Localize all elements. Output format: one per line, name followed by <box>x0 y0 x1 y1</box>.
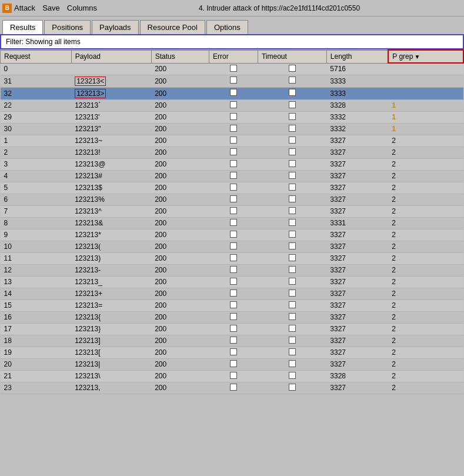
cell-error <box>209 182 258 194</box>
cell-length: 3327 <box>326 252 388 264</box>
cell-pgrep: 2 <box>388 299 463 311</box>
col-timeout[interactable]: Timeout <box>258 50 326 63</box>
error-checkbox <box>230 148 237 155</box>
table-row[interactable]: 6123213%20033272 <box>1 194 464 205</box>
cell-status: 200 <box>151 252 209 264</box>
table-row[interactable]: 30123213"20033321 <box>1 123 464 135</box>
table-row[interactable]: 5123213$20033272 <box>1 182 464 194</box>
table-row[interactable]: 21123213\20033282 <box>1 370 464 382</box>
tab-results[interactable]: Results <box>2 20 43 34</box>
timeout-checkbox <box>289 372 296 379</box>
cell-timeout <box>258 87 326 99</box>
cell-error <box>209 87 258 99</box>
cell-timeout <box>258 123 326 135</box>
tab-resource-pool[interactable]: Resource Pool <box>140 20 205 34</box>
error-checkbox <box>230 372 237 379</box>
cell-timeout <box>258 288 326 299</box>
menu-columns[interactable]: Columns <box>67 4 97 12</box>
cell-error <box>209 264 258 276</box>
error-checkbox <box>230 89 237 96</box>
cell-status: 200 <box>151 111 209 123</box>
table-row[interactable]: 14123213+20033272 <box>1 288 464 299</box>
cell-pgrep: 2 <box>388 370 463 382</box>
cell-payload: 123213& <box>71 217 151 229</box>
cell-timeout <box>258 370 326 382</box>
tab-bar: Results Positions Payloads Resource Pool… <box>0 16 464 34</box>
cell-request: 14 <box>1 288 72 299</box>
cell-request: 7 <box>1 205 72 217</box>
error-checkbox <box>230 195 237 202</box>
menu-save[interactable]: Save <box>42 4 60 12</box>
cell-length: 3327 <box>326 229 388 241</box>
table-row[interactable]: 16123213{20033272 <box>1 311 464 323</box>
cell-pgrep: 2 <box>388 241 463 252</box>
table-row[interactable]: 23123213,20033272 <box>1 382 464 394</box>
table-row[interactable]: 29123213'20033321 <box>1 111 464 123</box>
table-row[interactable]: 10123213(20033272 <box>1 241 464 252</box>
col-status[interactable]: Status <box>151 50 209 63</box>
cell-pgrep: 2 <box>388 323 463 335</box>
cell-payload: 123213! <box>71 147 151 158</box>
cell-timeout <box>258 194 326 205</box>
error-checkbox <box>230 348 237 355</box>
table-row[interactable]: 2123213!20033272 <box>1 147 464 158</box>
table-row[interactable]: 1123213~20033272 <box>1 135 464 147</box>
cell-pgrep: 1 <box>388 111 463 123</box>
cell-error <box>209 299 258 311</box>
cell-payload: 123213* <box>71 229 151 241</box>
cell-timeout <box>258 276 326 288</box>
table-row[interactable]: 20123213|20033272 <box>1 358 464 370</box>
table-row[interactable]: 8123213&20033312 <box>1 217 464 229</box>
table-row[interactable]: 3123213@20033272 <box>1 158 464 170</box>
cell-request: 12 <box>1 264 72 276</box>
table-row[interactable]: 31123213<2003333 <box>1 75 464 87</box>
table-row[interactable]: 11123213)20033272 <box>1 252 464 264</box>
table-row[interactable]: 13123213_20033272 <box>1 276 464 288</box>
cell-pgrep: 2 <box>388 276 463 288</box>
timeout-checkbox <box>289 113 296 120</box>
col-request[interactable]: Request <box>1 50 72 63</box>
cell-pgrep: 2 <box>388 311 463 323</box>
table-row[interactable]: 9123213*20033272 <box>1 229 464 241</box>
tab-payloads[interactable]: Payloads <box>92 20 138 34</box>
cell-timeout <box>258 382 326 394</box>
error-checkbox <box>230 313 237 320</box>
cell-error <box>209 370 258 382</box>
timeout-checkbox <box>289 325 296 332</box>
table-row[interactable]: 7123213^20033272 <box>1 205 464 217</box>
cell-timeout <box>258 323 326 335</box>
cell-payload: 123213~ <box>71 135 151 147</box>
table-row[interactable]: 4123213#20033272 <box>1 170 464 182</box>
table-row[interactable]: 22123213`20033281 <box>1 99 464 111</box>
filter-text: Filter: Showing all items <box>6 38 81 46</box>
timeout-checkbox <box>289 76 296 84</box>
table-row[interactable]: 19123213[20033272 <box>1 347 464 358</box>
cell-error <box>209 382 258 394</box>
col-payload[interactable]: Payload <box>71 50 151 63</box>
table-row[interactable]: 17123213}20033272 <box>1 323 464 335</box>
cell-request: 31 <box>1 75 72 87</box>
cell-pgrep: 2 <box>388 347 463 358</box>
cell-status: 200 <box>151 288 209 299</box>
timeout-checkbox <box>289 148 296 155</box>
error-checkbox <box>230 384 237 391</box>
col-error[interactable]: Error <box>209 50 258 63</box>
cell-length: 3327 <box>326 205 388 217</box>
table-row[interactable]: 32123213>2003333 <box>1 87 464 99</box>
table-row[interactable]: 18123213]20033272 <box>1 335 464 347</box>
timeout-checkbox <box>289 231 296 238</box>
cell-pgrep: 2 <box>388 252 463 264</box>
table-body: 0200571631123213<200333332123213>2003333… <box>1 63 464 394</box>
cell-pgrep: 2 <box>388 382 463 394</box>
table-row[interactable]: 12123213-20033272 <box>1 264 464 276</box>
col-length[interactable]: Length <box>326 50 388 63</box>
col-pgrep[interactable]: P grep▼ <box>388 50 463 63</box>
cell-pgrep: 2 <box>388 335 463 347</box>
cell-payload: 123213< <box>71 75 151 87</box>
table-row[interactable]: 15123213=20033272 <box>1 299 464 311</box>
tab-positions[interactable]: Positions <box>44 20 91 34</box>
cell-payload: 123213] <box>71 335 151 347</box>
table-row[interactable]: 02005716 <box>1 63 464 75</box>
tab-options[interactable]: Options <box>206 20 248 34</box>
menu-attack[interactable]: Attack <box>14 4 35 12</box>
